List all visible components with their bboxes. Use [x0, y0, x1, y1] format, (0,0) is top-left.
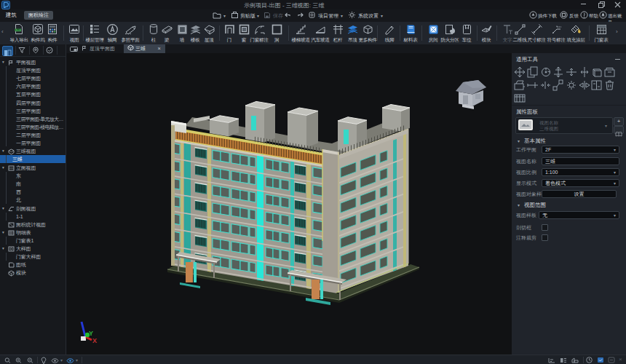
svg-text:Y: Y [89, 330, 93, 337]
svg-text:X: X [92, 337, 97, 344]
svg-text:CAD: CAD [15, 28, 21, 31]
